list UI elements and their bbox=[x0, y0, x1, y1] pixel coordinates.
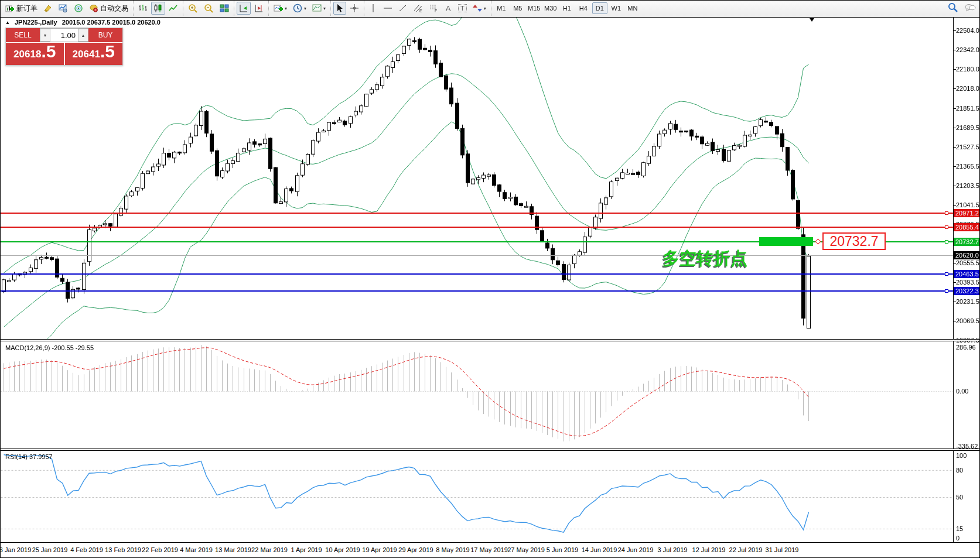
horizontal-level-line[interactable] bbox=[1, 227, 953, 228]
macd-chart-canvas[interactable] bbox=[1, 341, 953, 449]
timeframe-button-w1[interactable]: W1 bbox=[609, 2, 624, 14]
new-order-button[interactable]: 新订单 bbox=[3, 2, 40, 15]
turning-point-note[interactable]: 多空转折点 bbox=[663, 247, 747, 271]
level-callout-box[interactable]: 20732.7 bbox=[822, 232, 886, 250]
tile-windows-button[interactable] bbox=[217, 2, 231, 15]
horizontal-level-line[interactable] bbox=[1, 255, 953, 256]
level-line-anchor[interactable] bbox=[945, 211, 948, 215]
zoom-in-button[interactable] bbox=[186, 2, 200, 15]
timeframe-button-m15[interactable]: M15 bbox=[527, 2, 542, 14]
price-tick-mark bbox=[953, 321, 956, 321]
ohlc-values: 20015.0 20637.5 20015.0 20620.0 bbox=[62, 19, 161, 26]
horizontal-level-line[interactable] bbox=[1, 213, 953, 214]
volume-input[interactable]: 1.00 bbox=[50, 29, 78, 42]
level-price-label: 20855.4 bbox=[954, 223, 980, 231]
indicator-tick-label: 100 bbox=[956, 451, 967, 460]
buy-button[interactable]: BUY bbox=[88, 28, 122, 42]
timeframe-button-mn[interactable]: MN bbox=[625, 2, 640, 14]
indicator-tick-label: 286.96 bbox=[956, 343, 976, 351]
text-a-icon: A bbox=[446, 4, 451, 13]
templates-button[interactable]: ▾ bbox=[310, 2, 328, 15]
sell-price[interactable]: 20618 .5 bbox=[6, 43, 64, 65]
price-tick-label: 22342.0 bbox=[956, 46, 979, 54]
price-tick-label: 21203.5 bbox=[956, 182, 979, 190]
date-axis[interactable]: 16 Jan 201925 Jan 20194 Feb 201913 Feb 2… bbox=[1, 542, 980, 558]
price-tick-label: 21041.5 bbox=[956, 201, 979, 209]
hline-icon bbox=[383, 5, 392, 12]
collapse-arrow-icon[interactable]: ▲ bbox=[5, 20, 10, 25]
timeframe-button-h1[interactable]: H1 bbox=[559, 2, 575, 14]
hline-button[interactable] bbox=[381, 2, 395, 15]
chat-icon[interactable] bbox=[964, 3, 976, 14]
cursor-button[interactable] bbox=[333, 2, 346, 15]
price-tick-label: 20555.5 bbox=[956, 259, 979, 267]
price-tick-mark bbox=[953, 205, 956, 206]
auto-scroll-button[interactable] bbox=[237, 2, 251, 15]
date-tick-label: 22 Feb 2019 bbox=[142, 546, 178, 553]
sell-price-main: 20618 bbox=[13, 49, 41, 60]
chart-shift-icon bbox=[254, 4, 264, 13]
chart-line-button[interactable] bbox=[166, 2, 180, 15]
signal-button[interactable] bbox=[71, 2, 86, 15]
sell-button[interactable]: SELL bbox=[6, 28, 40, 42]
price-tick-label: 20231.5 bbox=[956, 297, 979, 306]
price-tick-mark bbox=[953, 166, 956, 167]
timeframe-button-d1[interactable]: D1 bbox=[592, 2, 607, 14]
channel-icon: E bbox=[414, 4, 423, 13]
trendline-button[interactable] bbox=[396, 2, 410, 15]
rsi-chart-canvas[interactable] bbox=[1, 451, 953, 542]
price-tick-mark bbox=[953, 282, 956, 283]
toolbar-group-chart-type bbox=[133, 1, 183, 16]
level-line-anchor[interactable] bbox=[945, 240, 948, 244]
channel-button[interactable]: E bbox=[411, 2, 425, 15]
chart-bars-button[interactable] bbox=[136, 2, 150, 15]
arrows-button[interactable]: ▾ bbox=[470, 2, 489, 15]
market-watch-button[interactable] bbox=[56, 2, 70, 15]
horizontal-level-line[interactable] bbox=[1, 273, 953, 275]
rsi-pane[interactable] bbox=[1, 451, 980, 542]
indicator-tick-label: 0.00 bbox=[956, 387, 968, 395]
cursor-icon bbox=[336, 4, 344, 13]
periods-button[interactable]: ▾ bbox=[291, 2, 309, 15]
fibonacci-button[interactable]: F bbox=[426, 2, 441, 15]
text-label-button[interactable]: T bbox=[456, 2, 469, 15]
buy-price-fraction: .5 bbox=[100, 43, 115, 60]
price-tick-mark bbox=[953, 30, 956, 31]
new-order-icon bbox=[5, 4, 15, 13]
timeframe-button-m5[interactable]: M5 bbox=[510, 2, 525, 14]
buy-price[interactable]: 20641 .5 bbox=[65, 43, 123, 65]
horizontal-level-line[interactable] bbox=[1, 290, 953, 292]
pane-separator[interactable] bbox=[1, 449, 980, 451]
macd-pane[interactable] bbox=[1, 341, 980, 449]
level-line-anchor[interactable] bbox=[945, 225, 948, 229]
auto-trading-button[interactable]: 自动交易 bbox=[87, 2, 131, 15]
auto-trading-icon bbox=[89, 4, 98, 13]
chart-candles-button[interactable] bbox=[151, 2, 165, 15]
vline-button[interactable] bbox=[367, 2, 380, 15]
level-line-anchor[interactable] bbox=[945, 272, 948, 276]
text-button[interactable]: A bbox=[442, 2, 455, 15]
svg-text:E: E bbox=[419, 9, 422, 13]
eraser-button[interactable] bbox=[41, 2, 55, 15]
price-tick-label: 20393.5 bbox=[956, 278, 979, 286]
price-tick-mark bbox=[953, 50, 956, 50]
price-tick-mark bbox=[953, 69, 956, 70]
date-tick-label: 10 Apr 2019 bbox=[325, 546, 360, 553]
volume-down-button[interactable]: ▼ bbox=[40, 29, 50, 42]
timeframe-button-m1[interactable]: M1 bbox=[494, 2, 509, 14]
pane-separator[interactable] bbox=[1, 339, 980, 341]
crosshair-button[interactable] bbox=[347, 2, 361, 15]
auto-trading-label: 自动交易 bbox=[100, 4, 128, 13]
date-tick-label: 13 Feb 2019 bbox=[105, 546, 141, 553]
level-line-anchor[interactable] bbox=[945, 289, 948, 293]
volume-up-button[interactable]: ▲ bbox=[78, 29, 88, 42]
indicators-button[interactable]: ▾ bbox=[271, 2, 289, 15]
timeframe-button-h4[interactable]: H4 bbox=[576, 2, 591, 14]
search-icon[interactable] bbox=[948, 2, 958, 15]
chart-shift-marker[interactable] bbox=[810, 18, 814, 22]
zoom-out-button[interactable] bbox=[202, 2, 216, 15]
highlight-rectangle[interactable] bbox=[759, 237, 813, 246]
date-tick-label: 12 Jul 2019 bbox=[692, 546, 726, 553]
chart-shift-button[interactable] bbox=[252, 2, 266, 15]
timeframe-button-m30[interactable]: M30 bbox=[543, 2, 558, 14]
